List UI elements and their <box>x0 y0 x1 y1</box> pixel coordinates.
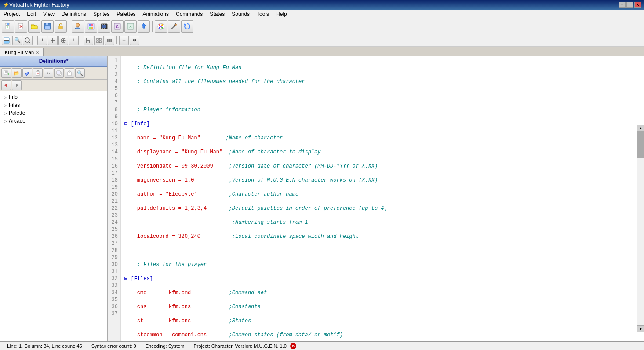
close-button[interactable]: ✕ <box>634 2 641 8</box>
tab-close-icon[interactable]: x <box>36 50 39 55</box>
close-file-button[interactable] <box>15 20 27 33</box>
svg-rect-72 <box>57 71 60 74</box>
svg-point-37 <box>175 24 177 26</box>
scrollbar[interactable]: ▲ ▼ <box>637 125 644 332</box>
calc-button[interactable] <box>2 36 11 45</box>
sidebar-forward-btn[interactable] <box>12 80 22 90</box>
svg-rect-56 <box>99 38 101 40</box>
menu-view[interactable]: View <box>40 10 58 18</box>
tree-arrow-arcade: ▷ <box>4 119 7 124</box>
scroll-down-btn[interactable]: ▼ <box>637 325 644 332</box>
menu-palettes[interactable]: Palettes <box>113 10 139 18</box>
svg-marker-75 <box>4 84 7 87</box>
tree-item-palette[interactable]: ▷ Palette <box>2 109 106 117</box>
titlebar: ⚡ VirtualTek Fighter Factory − □ ✕ <box>0 0 644 10</box>
definitions-tree: ▷ Info ▷ Files ▷ Palette ▷ Arcade <box>0 91 107 341</box>
line-numbers: 12345 678910 1112131415 1617181920 21222… <box>108 56 121 341</box>
sidebar-toolbar: + 📂 ✂ 🔍 <box>0 67 107 80</box>
statusbar: Line: 1, Column: 34, Line count: 45 Synt… <box>0 341 644 350</box>
menu-sprites[interactable]: Sprites <box>90 10 113 18</box>
grid2-button[interactable] <box>105 36 114 45</box>
tree-arrow-palette: ▷ <box>4 111 7 116</box>
crosshair-button[interactable]: ⊕ <box>130 36 139 45</box>
main-area: Definitions* + 📂 ✂ 🔍 <box>0 56 644 341</box>
tree-item-files[interactable]: ▷ Files <box>2 101 106 109</box>
menu-project[interactable]: Project <box>0 10 23 18</box>
svg-point-34 <box>159 27 160 29</box>
menu-help[interactable]: Help <box>273 10 291 18</box>
tree-arrow-files: ▷ <box>4 103 7 108</box>
sidebar-search-btn[interactable]: 🔍 <box>75 68 85 78</box>
branch-button[interactable] <box>84 36 93 45</box>
svg-rect-42 <box>6 40 7 41</box>
scroll-thumb[interactable] <box>637 132 644 158</box>
commands-button[interactable]: C <box>111 20 124 33</box>
new-button[interactable]: + <box>2 20 14 33</box>
grid-button[interactable] <box>94 36 104 45</box>
sidebar-back-btn[interactable] <box>1 80 11 90</box>
sprite-button[interactable] <box>85 20 97 33</box>
tab-label: Kung Fu Man <box>5 50 34 55</box>
add4-small-button[interactable]: + <box>69 36 79 45</box>
sidebar-nav-buttons <box>0 80 107 91</box>
add-small-button[interactable]: + <box>37 36 47 45</box>
zoom-in-button[interactable]: 🔍 <box>12 36 22 45</box>
svg-rect-11 <box>59 26 62 29</box>
palette-button[interactable] <box>155 20 167 33</box>
film-button[interactable] <box>98 20 110 33</box>
zoom-out-button[interactable] <box>23 36 33 45</box>
svg-rect-55 <box>97 38 98 40</box>
menu-definitions[interactable]: Definitions <box>58 10 90 18</box>
svg-text:+: + <box>7 73 9 76</box>
minimize-button[interactable]: − <box>619 2 626 8</box>
menu-edit[interactable]: Edit <box>23 10 40 18</box>
person-button[interactable] <box>72 20 84 33</box>
states-button[interactable]: S <box>124 20 137 33</box>
svg-point-35 <box>161 27 163 29</box>
tab-bar: Kung Fu Man x <box>0 47 644 56</box>
lock-button[interactable] <box>55 20 67 33</box>
sidebar-new-btn[interactable]: + <box>1 68 11 78</box>
maximize-button[interactable]: □ <box>626 2 633 8</box>
svg-rect-16 <box>89 27 91 29</box>
sidebar-copy-btn[interactable] <box>54 68 64 78</box>
add2-small-button[interactable] <box>48 36 58 45</box>
svg-rect-3 <box>7 23 9 25</box>
code-content-area[interactable]: 12345 678910 1112131415 1617181920 21222… <box>108 56 644 341</box>
svg-point-33 <box>161 24 163 26</box>
sidebar-delete-btn[interactable] <box>33 68 43 78</box>
scroll-up-btn[interactable]: ▲ <box>637 125 644 132</box>
menu-sounds[interactable]: Sounds <box>228 10 253 18</box>
tree-label-palette: Palette <box>9 110 25 116</box>
export-button[interactable] <box>138 20 150 33</box>
status-syntax: Syntax error count: 0 <box>87 342 141 350</box>
add3-small-button[interactable] <box>58 36 68 45</box>
menu-animations[interactable]: Animations <box>139 10 172 18</box>
save-button[interactable] <box>41 20 54 33</box>
sidebar-edit-btn[interactable] <box>22 68 32 78</box>
sidebar-open-btn[interactable]: 📂 <box>12 68 22 78</box>
svg-line-46 <box>29 42 30 43</box>
tools-button[interactable] <box>168 20 180 33</box>
menu-tools[interactable]: Tools <box>253 10 273 18</box>
menu-commands[interactable]: Commands <box>172 10 206 18</box>
tree-label-info: Info <box>9 94 18 100</box>
sidebar-paste-btn[interactable] <box>65 68 74 78</box>
menu-states[interactable]: States <box>206 10 228 18</box>
code-text[interactable]: ; Definition file for Kung Fu Man ; Cont… <box>121 56 644 341</box>
tab-kung-fu-man[interactable]: Kung Fu Man x <box>0 48 44 56</box>
cross-button[interactable]: ✛ <box>119 36 129 45</box>
svg-marker-38 <box>184 23 186 25</box>
tree-item-arcade[interactable]: ▷ Arcade <box>2 117 106 125</box>
status-project: Project: Character, Version: M.U.G.E.N. … <box>189 342 641 350</box>
svg-point-32 <box>159 24 160 26</box>
status-encoding: Encoding: System <box>141 342 189 350</box>
tree-item-info[interactable]: ▷ Info <box>2 93 106 101</box>
svg-point-36 <box>160 26 162 27</box>
open-button[interactable] <box>28 20 40 33</box>
scroll-track <box>637 132 644 325</box>
refresh-button[interactable] <box>181 20 193 33</box>
toolbar-main: + C S <box>0 18 644 34</box>
sidebar-cut-btn[interactable]: ✂ <box>44 68 53 78</box>
svg-rect-17 <box>91 27 93 29</box>
